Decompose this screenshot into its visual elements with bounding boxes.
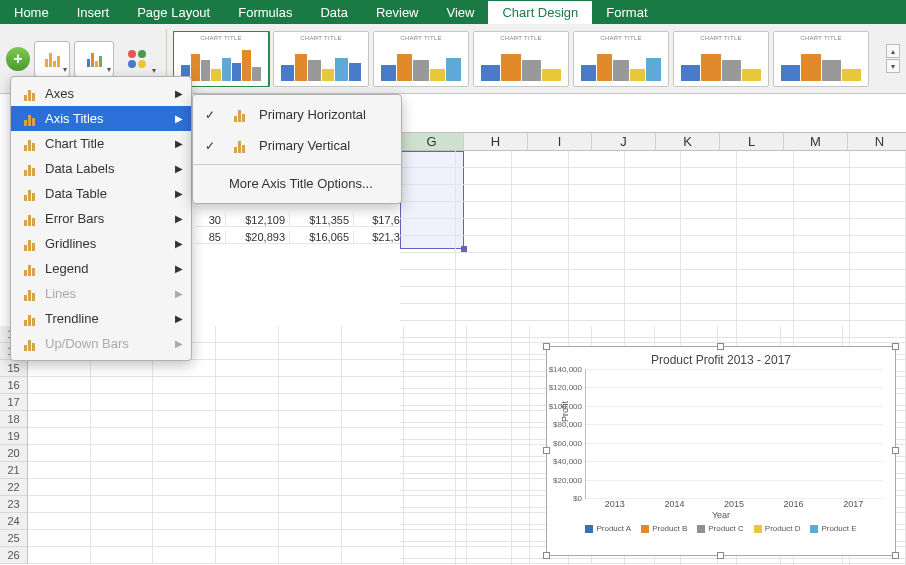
row-header-24[interactable]: 24	[0, 513, 28, 530]
col-header-l[interactable]: L	[720, 133, 784, 150]
scroll-down-icon[interactable]: ▾	[886, 59, 900, 73]
chart-element-icon	[21, 262, 37, 276]
row-header-23[interactable]: 23	[0, 496, 28, 513]
chart-style-6[interactable]: Chart Title	[673, 31, 769, 87]
menu-item-data-labels[interactable]: Data Labels▶	[11, 156, 191, 181]
chevron-right-icon: ▶	[175, 213, 183, 224]
menu-item-axes[interactable]: Axes▶	[11, 81, 191, 106]
menu-item-error-bars[interactable]: Error Bars▶	[11, 206, 191, 231]
submenu-label: Primary Horizontal	[259, 107, 366, 122]
tab-data[interactable]: Data	[306, 1, 361, 24]
submenu-more-options[interactable]: More Axis Title Options...	[193, 168, 401, 199]
col-header-g[interactable]: G	[400, 133, 464, 150]
add-chart-element-button[interactable]: +	[6, 47, 30, 71]
row-header-17[interactable]: 17	[0, 394, 28, 411]
chart-element-icon	[21, 162, 37, 176]
row-header-20[interactable]: 20	[0, 445, 28, 462]
col-header-m[interactable]: M	[784, 133, 848, 150]
chart-plot-area[interactable]: Profit $0$20,000$40,000$60,000$80,000$10…	[585, 369, 883, 499]
chevron-right-icon: ▶	[175, 188, 183, 199]
chevron-right-icon: ▶	[175, 163, 183, 174]
row-header-25[interactable]: 25	[0, 530, 28, 547]
submenu-label: Primary Vertical	[259, 138, 350, 153]
menu-item-data-table[interactable]: Data Table▶	[11, 181, 191, 206]
row-header-26[interactable]: 26	[0, 547, 28, 564]
tab-home[interactable]: Home	[0, 1, 63, 24]
tab-insert[interactable]: Insert	[63, 1, 124, 24]
chart-element-icon	[21, 212, 37, 226]
axis-horizontal-icon	[229, 108, 249, 122]
legend-item[interactable]: Product E	[810, 524, 856, 533]
menu-item-trendline[interactable]: Trendline▶	[11, 306, 191, 331]
tab-format[interactable]: Format	[592, 1, 661, 24]
tab-chart-design[interactable]: Chart Design	[488, 1, 592, 24]
chevron-right-icon: ▶	[175, 113, 183, 124]
scroll-up-icon[interactable]: ▴	[886, 44, 900, 58]
chart-element-icon	[21, 312, 37, 326]
change-colors-button[interactable]: ▾	[74, 41, 114, 77]
menu-item-label: Trendline	[45, 311, 99, 326]
menu-item-label: Lines	[45, 286, 76, 301]
col-header-n[interactable]: N	[848, 133, 906, 150]
x-axis-label[interactable]: Year	[555, 510, 887, 520]
legend-item[interactable]: Product D	[754, 524, 801, 533]
menu-item-gridlines[interactable]: Gridlines▶	[11, 231, 191, 256]
y-tick: $80,000	[540, 420, 582, 429]
legend-item[interactable]: Product C	[697, 524, 744, 533]
add-chart-element-menu: Axes▶Axis Titles▶Chart Title▶Data Labels…	[10, 76, 192, 361]
axis-vertical-icon	[229, 139, 249, 153]
quick-layout-button[interactable]: ▾	[34, 41, 70, 77]
style-gallery-scroll[interactable]: ▴ ▾	[886, 44, 900, 73]
row-headers: 1314151617181920212223242526	[0, 326, 28, 564]
chart-style-2[interactable]: CHART TITLE	[273, 31, 369, 87]
menu-item-legend[interactable]: Legend▶	[11, 256, 191, 281]
legend-item[interactable]: Product A	[585, 524, 631, 533]
embedded-chart[interactable]: Product Profit 2013 - 2017 Profit $0$20,…	[546, 346, 896, 556]
column-headers: G H I J K L M N	[400, 132, 906, 151]
menu-item-chart-title[interactable]: Chart Title▶	[11, 131, 191, 156]
chart-element-icon	[21, 187, 37, 201]
tab-view[interactable]: View	[433, 1, 489, 24]
chart-style-4[interactable]: CHART TITLE	[473, 31, 569, 87]
x-tick: 2015	[724, 499, 744, 509]
chevron-right-icon: ▶	[175, 263, 183, 274]
col-header-h[interactable]: H	[464, 133, 528, 150]
y-tick: $40,000	[540, 457, 582, 466]
row-header-16[interactable]: 16	[0, 377, 28, 394]
y-tick: $20,000	[540, 475, 582, 484]
x-tick: 2014	[664, 499, 684, 509]
chart-legend[interactable]: Product AProduct BProduct CProduct DProd…	[555, 524, 887, 533]
submenu-primary-vertical[interactable]: ✓ Primary Vertical	[193, 130, 401, 161]
row-header-22[interactable]: 22	[0, 479, 28, 496]
tab-page-layout[interactable]: Page Layout	[123, 1, 224, 24]
chart-style-5[interactable]: Chart Title	[573, 31, 669, 87]
row-header-21[interactable]: 21	[0, 462, 28, 479]
chart-colors-button[interactable]: ▾	[118, 41, 158, 77]
col-header-j[interactable]: J	[592, 133, 656, 150]
menu-item-label: Data Labels	[45, 161, 114, 176]
tab-review[interactable]: Review	[362, 1, 433, 24]
y-tick: $0	[540, 494, 582, 503]
row-header-19[interactable]: 19	[0, 428, 28, 445]
menu-item-label: Legend	[45, 261, 88, 276]
menu-item-axis-titles[interactable]: Axis Titles▶	[11, 106, 191, 131]
legend-item[interactable]: Product B	[641, 524, 687, 533]
chart-style-7[interactable]: Chart Title	[773, 31, 869, 87]
chart-element-icon	[21, 337, 37, 351]
chart-element-icon	[21, 287, 37, 301]
data-row-partial-2: 85 $20,893 $16,065 $21,388	[196, 231, 418, 244]
row-header-18[interactable]: 18	[0, 411, 28, 428]
chevron-right-icon: ▶	[175, 288, 183, 299]
tab-formulas[interactable]: Formulas	[224, 1, 306, 24]
menu-item-lines: Lines▶	[11, 281, 191, 306]
menu-item-label: Chart Title	[45, 136, 104, 151]
chart-title[interactable]: Product Profit 2013 - 2017	[555, 353, 887, 367]
x-tick: 2013	[605, 499, 625, 509]
menu-item-label: Error Bars	[45, 211, 104, 226]
submenu-primary-horizontal[interactable]: ✓ Primary Horizontal	[193, 99, 401, 130]
col-header-k[interactable]: K	[656, 133, 720, 150]
chart-style-3[interactable]: CHART TITLE	[373, 31, 469, 87]
col-header-i[interactable]: I	[528, 133, 592, 150]
row-header-15[interactable]: 15	[0, 360, 28, 377]
menu-item-label: Data Table	[45, 186, 107, 201]
